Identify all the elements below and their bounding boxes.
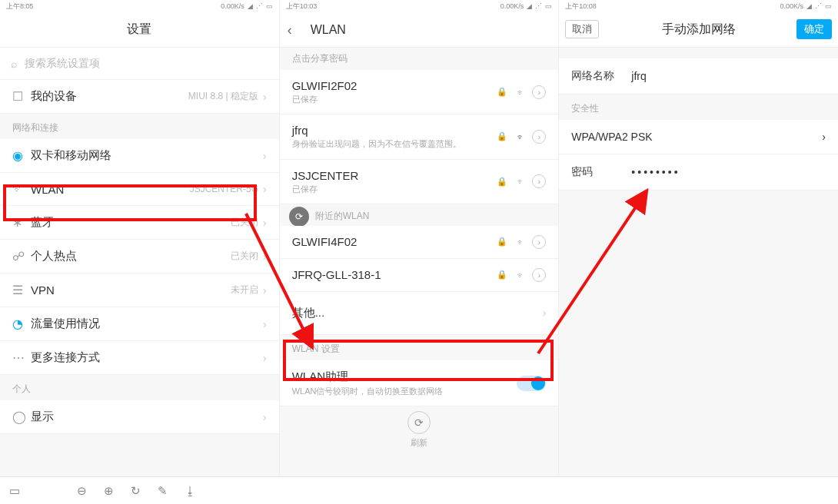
wifi-detail-icon[interactable]: ›: [532, 130, 546, 144]
wifi-detail-icon[interactable]: ›: [532, 85, 546, 99]
wifi-net-jfrq-gll[interactable]: JFRQ-GLL-318-1 🔒 ᯤ ›: [280, 259, 559, 292]
row-wlan-assist[interactable]: WLAN助理 WLAN信号较弱时，自动切换至数据网络: [280, 360, 559, 406]
wifi-name: JFRQ-GLL-318-1: [292, 268, 496, 281]
device-icon: ☐: [12, 89, 31, 104]
clock: 上午8:05: [6, 2, 34, 12]
wifi-icon: ⋰: [815, 2, 822, 10]
lock-icon: 🔒: [495, 85, 509, 99]
wifi-net-glwifi2f02[interactable]: GLWIFI2F02 已保存 🔒 ᯤ ›: [280, 70, 559, 114]
wifi-icon: ⋰: [535, 2, 542, 10]
status-bar: 上午10:03 0.00K/s ◢ ⋰ ▭: [280, 0, 559, 12]
rotate-icon[interactable]: ↻: [131, 484, 141, 498]
chevron-right-icon: ›: [822, 131, 826, 143]
share-label: 点击分享密码: [280, 48, 559, 70]
net-speed: 0.00K/s: [221, 2, 244, 10]
row-other-networks[interactable]: 其他... ›: [280, 292, 559, 335]
wifi-sub: 身份验证出现问题，因为不在信号覆盖范围。: [292, 138, 496, 149]
pen-icon[interactable]: ✎: [158, 484, 168, 498]
row-more-connections[interactable]: ⋯ 更多连接方式 ›: [0, 341, 279, 375]
row-display[interactable]: ◯ 显示 ›: [0, 400, 279, 434]
wifi-sub: 已保存: [292, 184, 496, 194]
wifi-signal-icon: ᯤ: [514, 85, 527, 99]
chevron-right-icon: ›: [263, 411, 267, 423]
header: 取消 手动添加网络 确定: [559, 12, 838, 48]
hotspot-value: 已关闭: [231, 250, 258, 263]
wifi-name: jfrq: [292, 124, 496, 137]
security-field[interactable]: WPA/WPA2 PSK ›: [559, 120, 838, 154]
wifi-detail-icon[interactable]: ›: [532, 268, 546, 282]
name-value: jfrq: [631, 70, 826, 82]
status-bar: 上午8:05 0.00K/s ◢ ⋰ ▭: [0, 0, 279, 12]
lock-icon: 🔒: [495, 235, 509, 249]
network-name-field[interactable]: 网络名称 jfrq: [559, 58, 838, 94]
section-personal-label: 个人: [0, 375, 279, 400]
battery-icon: ▭: [825, 2, 832, 10]
ok-button[interactable]: 确定: [796, 19, 832, 39]
row-hotspot[interactable]: ☍ 个人热点 已关闭 ›: [0, 240, 279, 274]
wlan-value: JSJCENTER-5G: [190, 184, 258, 194]
chevron-right-icon: ›: [263, 217, 267, 229]
zoom-in-icon[interactable]: ⊕: [104, 484, 114, 498]
refresh-button[interactable]: ⟳: [407, 411, 431, 434]
row-bluetooth[interactable]: ∗ 蓝牙 已关闭 ›: [0, 206, 279, 240]
assist-label: WLAN助理: [292, 370, 517, 384]
row-my-device[interactable]: ☐ 我的设备 MIUI 8.8 | 稳定版 ›: [0, 80, 279, 114]
row-wlan[interactable]: ᯤ WLAN JSJCENTER-5G ›: [0, 173, 279, 206]
search-bar[interactable]: ⌕ 搜索系统设置项: [0, 48, 279, 80]
download-icon[interactable]: ⭳: [185, 484, 196, 497]
tool-select-icon[interactable]: ▭: [9, 484, 20, 498]
password-value: ••••••••: [631, 166, 826, 178]
zoom-out-icon[interactable]: ⊖: [77, 484, 87, 498]
row-traffic[interactable]: ◔ 流量使用情况 ›: [0, 307, 279, 341]
name-label: 网络名称: [571, 69, 631, 83]
back-icon[interactable]: ‹: [288, 22, 292, 38]
row-vpn[interactable]: ☰ VPN 未开启 ›: [0, 274, 279, 307]
wlan-screen: 上午10:03 0.00K/s ◢ ⋰ ▭ ‹ WLAN 点击分享密码 GLWI…: [280, 0, 560, 476]
my-device-label: 我的设备: [31, 89, 188, 104]
signal-icon: ◢: [248, 2, 253, 10]
password-label: 密码: [571, 165, 631, 179]
chevron-right-icon: ›: [263, 183, 267, 195]
my-device-value: MIUI 8.8 | 稳定版: [188, 90, 258, 103]
page-title: 设置: [127, 22, 151, 38]
wlan-settings-label: WLAN 设置: [280, 335, 559, 360]
more-label: 更多连接方式: [31, 350, 263, 365]
display-label: 显示: [31, 410, 263, 424]
page-title: WLAN: [311, 23, 346, 37]
chevron-right-icon: ›: [263, 318, 267, 330]
hotspot-icon: ☍: [12, 249, 31, 264]
row-dual-sim[interactable]: ◉ 双卡和移动网络 ›: [0, 139, 279, 173]
traffic-icon: ◔: [12, 317, 31, 331]
assist-sub: WLAN信号较弱时，自动切换至数据网络: [292, 386, 517, 396]
password-field[interactable]: 密码 ••••••••: [559, 154, 838, 191]
wifi-net-jsjcenter[interactable]: JSJCENTER 已保存 🔒 ᯤ ›: [280, 160, 559, 204]
assist-toggle[interactable]: [517, 376, 546, 391]
lock-icon: 🔒: [495, 174, 509, 188]
wifi-net-jfrq[interactable]: jfrq 身份验证出现问题，因为不在信号覆盖范围。 🔒 ᯤ ›: [280, 114, 559, 159]
refresh-icon[interactable]: ⟳: [289, 207, 309, 227]
wifi-net-glwifi4f02[interactable]: GLWIFI4F02 🔒 ᯤ ›: [280, 226, 559, 259]
wifi-detail-icon[interactable]: ›: [532, 174, 546, 188]
wifi-signal-icon: ᯤ: [514, 130, 527, 144]
chevron-right-icon: ›: [263, 352, 267, 364]
net-speed: 0.00K/s: [780, 2, 803, 10]
add-network-screen: 上午10:08 0.00K/s ◢ ⋰ ▭ 取消 手动添加网络 确定 网络名称 …: [559, 0, 838, 476]
display-icon: ◯: [12, 410, 31, 424]
wifi-icon: ⋰: [256, 2, 263, 10]
wifi-detail-icon[interactable]: ›: [532, 235, 546, 249]
other-label: 其他...: [292, 306, 543, 320]
chevron-right-icon: ›: [543, 307, 547, 319]
battery-icon: ▭: [545, 2, 552, 10]
sim-label: 双卡和移动网络: [31, 148, 263, 163]
chevron-right-icon: ›: [263, 284, 267, 297]
bt-label: 蓝牙: [31, 215, 231, 230]
wifi-signal-icon: ᯤ: [514, 268, 527, 282]
chevron-right-icon: ›: [263, 91, 267, 103]
sim-icon: ◉: [12, 148, 31, 163]
security-label: 安全性: [559, 94, 838, 120]
cancel-button[interactable]: 取消: [565, 20, 599, 38]
wifi-name: GLWIFI4F02: [292, 235, 496, 248]
vpn-icon: ☰: [12, 283, 31, 297]
bottom-toolbar: ▭ ⊖ ⊕ ↻ ✎ ⭳: [0, 476, 838, 504]
lock-icon: 🔒: [495, 130, 509, 144]
